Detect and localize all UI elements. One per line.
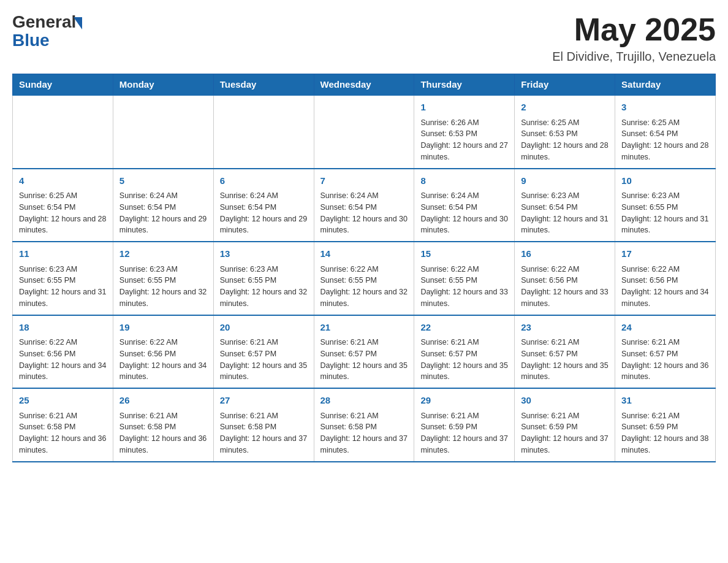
- table-row: 27Sunrise: 6:21 AMSunset: 6:58 PMDayligh…: [213, 388, 314, 462]
- table-row: [213, 95, 314, 169]
- day-number: 17: [621, 247, 709, 261]
- day-info: Sunrise: 6:24 AMSunset: 6:54 PMDaylight:…: [420, 190, 508, 236]
- day-info: Sunrise: 6:24 AMSunset: 6:54 PMDaylight:…: [320, 190, 408, 236]
- day-number: 7: [320, 174, 408, 188]
- table-row: 21Sunrise: 6:21 AMSunset: 6:57 PMDayligh…: [314, 315, 414, 389]
- table-row: 18Sunrise: 6:22 AMSunset: 6:56 PMDayligh…: [13, 315, 113, 389]
- table-row: 25Sunrise: 6:21 AMSunset: 6:58 PMDayligh…: [13, 388, 113, 462]
- table-row: 16Sunrise: 6:22 AMSunset: 6:56 PMDayligh…: [515, 242, 615, 315]
- day-info: Sunrise: 6:25 AMSunset: 6:54 PMDaylight:…: [621, 117, 709, 163]
- day-info: Sunrise: 6:23 AMSunset: 6:55 PMDaylight:…: [19, 264, 107, 310]
- day-info: Sunrise: 6:26 AMSunset: 6:53 PMDaylight:…: [420, 117, 508, 163]
- week-row-3: 11Sunrise: 6:23 AMSunset: 6:55 PMDayligh…: [13, 242, 716, 315]
- logo-general: General: [12, 12, 76, 32]
- day-number: 12: [119, 247, 207, 261]
- logo: General Blue: [12, 12, 82, 50]
- table-row: 8Sunrise: 6:24 AMSunset: 6:54 PMDaylight…: [414, 169, 515, 242]
- table-row: 13Sunrise: 6:23 AMSunset: 6:55 PMDayligh…: [213, 242, 314, 315]
- day-number: 20: [220, 321, 308, 335]
- day-number: 30: [521, 394, 609, 408]
- logo-triangle-icon: [74, 17, 82, 29]
- title-area: May 2025 El Dividive, Trujillo, Venezuel…: [552, 12, 716, 64]
- day-info: Sunrise: 6:23 AMSunset: 6:55 PMDaylight:…: [621, 190, 709, 236]
- day-number: 16: [521, 247, 609, 261]
- month-title: May 2025: [552, 12, 716, 47]
- week-row-1: 1Sunrise: 6:26 AMSunset: 6:53 PMDaylight…: [13, 95, 716, 169]
- header-row: Sunday Monday Tuesday Wednesday Thursday…: [13, 74, 716, 96]
- table-row: 26Sunrise: 6:21 AMSunset: 6:58 PMDayligh…: [113, 388, 213, 462]
- table-row: 14Sunrise: 6:22 AMSunset: 6:55 PMDayligh…: [314, 242, 414, 315]
- day-info: Sunrise: 6:23 AMSunset: 6:54 PMDaylight:…: [521, 190, 609, 236]
- day-number: 10: [621, 174, 709, 188]
- day-info: Sunrise: 6:21 AMSunset: 6:58 PMDaylight:…: [19, 410, 107, 456]
- day-number: 18: [19, 321, 107, 335]
- day-info: Sunrise: 6:21 AMSunset: 6:58 PMDaylight:…: [320, 410, 408, 456]
- table-row: 10Sunrise: 6:23 AMSunset: 6:55 PMDayligh…: [615, 169, 716, 242]
- day-number: 8: [420, 174, 508, 188]
- day-info: Sunrise: 6:21 AMSunset: 6:57 PMDaylight:…: [220, 337, 308, 383]
- table-row: 19Sunrise: 6:22 AMSunset: 6:56 PMDayligh…: [113, 315, 213, 389]
- day-info: Sunrise: 6:21 AMSunset: 6:57 PMDaylight:…: [320, 337, 408, 383]
- col-friday: Friday: [515, 74, 615, 96]
- day-number: 14: [320, 247, 408, 261]
- logo-blue: Blue: [12, 31, 82, 50]
- table-row: 12Sunrise: 6:23 AMSunset: 6:55 PMDayligh…: [113, 242, 213, 315]
- day-info: Sunrise: 6:23 AMSunset: 6:55 PMDaylight:…: [119, 264, 207, 310]
- day-info: Sunrise: 6:21 AMSunset: 6:57 PMDaylight:…: [621, 337, 709, 383]
- day-number: 13: [220, 247, 308, 261]
- day-number: 6: [220, 174, 308, 188]
- day-number: 27: [220, 394, 308, 408]
- day-number: 24: [621, 321, 709, 335]
- day-info: Sunrise: 6:22 AMSunset: 6:56 PMDaylight:…: [119, 337, 207, 383]
- day-number: 9: [521, 174, 609, 188]
- table-row: 23Sunrise: 6:21 AMSunset: 6:57 PMDayligh…: [515, 315, 615, 389]
- day-number: 28: [320, 394, 408, 408]
- table-row: 3Sunrise: 6:25 AMSunset: 6:54 PMDaylight…: [615, 95, 716, 169]
- day-info: Sunrise: 6:21 AMSunset: 6:59 PMDaylight:…: [621, 410, 709, 456]
- day-number: 23: [521, 321, 609, 335]
- day-info: Sunrise: 6:24 AMSunset: 6:54 PMDaylight:…: [220, 190, 308, 236]
- table-row: 20Sunrise: 6:21 AMSunset: 6:57 PMDayligh…: [213, 315, 314, 389]
- day-number: 11: [19, 247, 107, 261]
- col-sunday: Sunday: [13, 74, 113, 96]
- day-info: Sunrise: 6:21 AMSunset: 6:59 PMDaylight:…: [420, 410, 508, 456]
- day-number: 5: [119, 174, 207, 188]
- week-row-2: 4Sunrise: 6:25 AMSunset: 6:54 PMDaylight…: [13, 169, 716, 242]
- day-number: 4: [19, 174, 107, 188]
- header: General Blue May 2025 El Dividive, Truji…: [12, 12, 716, 64]
- table-row: 24Sunrise: 6:21 AMSunset: 6:57 PMDayligh…: [615, 315, 716, 389]
- day-number: 22: [420, 321, 508, 335]
- col-tuesday: Tuesday: [213, 74, 314, 96]
- table-row: 11Sunrise: 6:23 AMSunset: 6:55 PMDayligh…: [13, 242, 113, 315]
- table-row: 4Sunrise: 6:25 AMSunset: 6:54 PMDaylight…: [13, 169, 113, 242]
- day-info: Sunrise: 6:22 AMSunset: 6:56 PMDaylight:…: [621, 264, 709, 310]
- col-wednesday: Wednesday: [314, 74, 414, 96]
- table-row: 5Sunrise: 6:24 AMSunset: 6:54 PMDaylight…: [113, 169, 213, 242]
- day-info: Sunrise: 6:21 AMSunset: 6:57 PMDaylight:…: [521, 337, 609, 383]
- col-saturday: Saturday: [615, 74, 716, 96]
- table-row: 7Sunrise: 6:24 AMSunset: 6:54 PMDaylight…: [314, 169, 414, 242]
- table-row: 28Sunrise: 6:21 AMSunset: 6:58 PMDayligh…: [314, 388, 414, 462]
- day-number: 15: [420, 247, 508, 261]
- table-row: 9Sunrise: 6:23 AMSunset: 6:54 PMDaylight…: [515, 169, 615, 242]
- day-info: Sunrise: 6:24 AMSunset: 6:54 PMDaylight:…: [119, 190, 207, 236]
- table-row: 31Sunrise: 6:21 AMSunset: 6:59 PMDayligh…: [615, 388, 716, 462]
- day-number: 2: [521, 101, 609, 115]
- day-info: Sunrise: 6:21 AMSunset: 6:59 PMDaylight:…: [521, 410, 609, 456]
- table-row: [314, 95, 414, 169]
- week-row-5: 25Sunrise: 6:21 AMSunset: 6:58 PMDayligh…: [13, 388, 716, 462]
- day-info: Sunrise: 6:22 AMSunset: 6:55 PMDaylight:…: [420, 264, 508, 310]
- table-row: 1Sunrise: 6:26 AMSunset: 6:53 PMDaylight…: [414, 95, 515, 169]
- day-number: 26: [119, 394, 207, 408]
- table-row: 6Sunrise: 6:24 AMSunset: 6:54 PMDaylight…: [213, 169, 314, 242]
- day-number: 19: [119, 321, 207, 335]
- table-row: 17Sunrise: 6:22 AMSunset: 6:56 PMDayligh…: [615, 242, 716, 315]
- day-number: 29: [420, 394, 508, 408]
- col-monday: Monday: [113, 74, 213, 96]
- day-number: 1: [420, 101, 508, 115]
- day-number: 31: [621, 394, 709, 408]
- day-info: Sunrise: 6:25 AMSunset: 6:54 PMDaylight:…: [19, 190, 107, 236]
- col-thursday: Thursday: [414, 74, 515, 96]
- day-info: Sunrise: 6:21 AMSunset: 6:57 PMDaylight:…: [420, 337, 508, 383]
- calendar-table: Sunday Monday Tuesday Wednesday Thursday…: [12, 74, 716, 462]
